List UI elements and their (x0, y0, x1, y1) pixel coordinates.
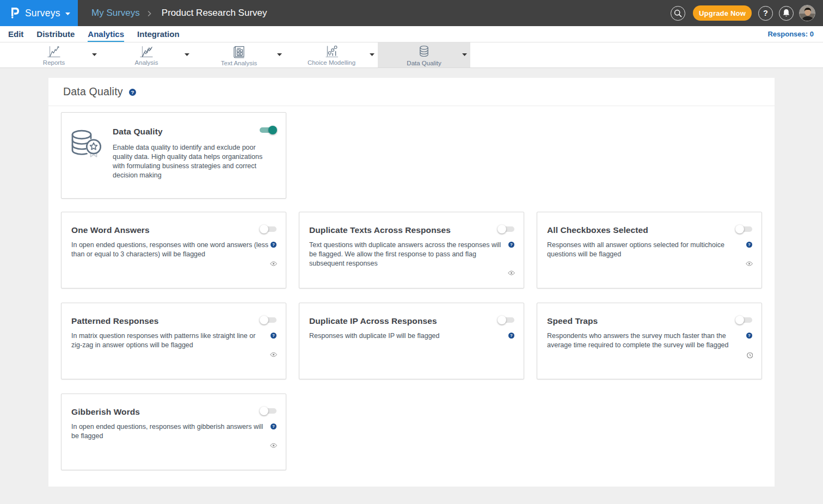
help-icon[interactable]: ? (271, 423, 277, 429)
svg-text:?: ? (272, 333, 275, 338)
speed-traps-toggle[interactable] (736, 317, 752, 323)
card-title: Speed Traps (547, 316, 598, 326)
toggle-knob (268, 126, 277, 134)
patterned-responses-toggle[interactable] (260, 317, 277, 323)
data-quality-panel: Data Quality ? Dat (48, 78, 775, 487)
responses-count[interactable]: Responses: 0 (767, 30, 814, 38)
card-description: Responses with all answer options select… (547, 241, 746, 259)
svg-text:?: ? (272, 242, 275, 247)
line-chart-icon (47, 46, 61, 58)
questionpro-logo-icon (11, 8, 19, 19)
svg-text:?: ? (510, 242, 513, 247)
database-badge-icon (70, 129, 103, 157)
card-duplicate-texts: Duplicate Texts Across Responses Text qu… (299, 212, 524, 288)
rule-cards-grid: One Word Answers In open ended questions… (61, 212, 762, 470)
card-patterned-responses: Patterned Responses In matrix question r… (61, 303, 286, 379)
card-duplicate-ip: Duplicate IP Across Responses Responses … (299, 303, 524, 379)
card-description: In open ended questions, responses with … (71, 422, 271, 441)
tab-label: Text Analysis (221, 60, 257, 66)
duplicate-ip-toggle[interactable] (498, 317, 514, 323)
card-title: One Word Answers (71, 225, 150, 235)
magazine-icon (232, 46, 245, 58)
tab-data-quality[interactable]: Data Quality (378, 42, 470, 67)
tab-analysis[interactable]: Analysis (100, 42, 193, 67)
card-title: All Checkboxes Selected (547, 225, 648, 235)
breadcrumb-my-surveys[interactable]: My Surveys (91, 8, 140, 19)
preview-eye-icon[interactable] (270, 352, 277, 357)
chevron-down-icon (92, 53, 97, 56)
toggle-knob (260, 316, 268, 324)
nav-item-analytics[interactable]: Analytics (88, 29, 124, 39)
nav-item-integration[interactable]: Integration (137, 29, 180, 39)
card-title: Patterned Responses (71, 316, 158, 326)
card-all-checkboxes: All Checkboxes Selected Responses with a… (537, 212, 762, 288)
breadcrumb-chevron-icon (148, 10, 151, 17)
card-description: Respondents who answers the survey much … (547, 331, 746, 350)
svg-text:?: ? (131, 89, 134, 95)
nav-item-edit[interactable]: Edit (8, 29, 23, 39)
card-description: Responses with duplicate IP will be flag… (309, 331, 508, 341)
card-one-word-answers: One Word Answers In open ended questions… (61, 212, 286, 288)
top-bar: Surveys My Surveys Product Research Surv… (0, 0, 823, 26)
card-description: Enable data quality to identify and excl… (113, 143, 268, 180)
app-switcher[interactable]: Surveys (0, 0, 78, 26)
preview-eye-icon[interactable] (746, 261, 753, 266)
help-button[interactable]: ? (758, 6, 773, 21)
preview-eye-icon[interactable] (270, 261, 277, 266)
topbar-actions: Upgrade Now ? (671, 0, 823, 26)
preview-eye-icon[interactable] (270, 443, 277, 448)
chevron-down-icon (185, 53, 189, 56)
page-title-help-icon[interactable]: ? (129, 89, 136, 96)
panel-body: Data Quality Enable data quality to iden… (48, 106, 775, 487)
card-title: Duplicate Texts Across Responses (309, 225, 451, 235)
help-icon[interactable]: ? (746, 333, 752, 339)
tab-text-analysis[interactable]: Text Analysis (193, 42, 285, 67)
help-icon[interactable]: ? (271, 333, 277, 339)
question-mark-icon: ? (763, 9, 768, 17)
panel-header: Data Quality ? (48, 78, 775, 106)
toggle-knob (260, 225, 268, 233)
upgrade-now-button[interactable]: Upgrade Now (693, 5, 752, 21)
toggle-knob (735, 316, 744, 324)
multi-line-chart-icon (139, 46, 153, 58)
chevron-down-icon (277, 53, 282, 56)
help-icon[interactable]: ? (508, 333, 514, 339)
search-button[interactable] (671, 6, 685, 21)
bell-icon (782, 9, 790, 17)
svg-text:?: ? (510, 333, 513, 338)
card-title: Duplicate IP Across Responses (309, 316, 437, 326)
help-icon[interactable]: ? (746, 242, 752, 248)
all-checkboxes-toggle[interactable] (736, 226, 752, 232)
tab-choice-modelling[interactable]: Choice Modelling (285, 42, 378, 67)
notifications-button[interactable] (779, 6, 794, 21)
tab-reports[interactable]: Reports (8, 42, 100, 67)
svg-text:?: ? (748, 242, 751, 247)
nav-item-distribute[interactable]: Distribute (36, 29, 75, 39)
card-description: In open ended questions, responses with … (71, 241, 271, 259)
help-icon[interactable]: ? (271, 242, 277, 248)
card-title: Gibberish Words (71, 407, 140, 417)
card-title: Data Quality (113, 127, 268, 137)
data-quality-toggle[interactable] (260, 127, 276, 133)
card-gibberish-words: Gibberish Words In open ended questions,… (61, 394, 286, 470)
tab-label: Choice Modelling (308, 59, 355, 66)
timer-clock-icon[interactable] (747, 352, 753, 359)
master-card-main: Data Quality Enable data quality to iden… (113, 129, 268, 198)
one-word-answers-toggle[interactable] (260, 226, 277, 232)
page-title: Data Quality (63, 85, 123, 98)
user-avatar[interactable] (799, 5, 815, 21)
help-icon[interactable]: ? (508, 242, 514, 248)
preview-eye-icon[interactable] (508, 271, 515, 275)
gibberish-words-toggle[interactable] (260, 408, 277, 414)
survey-nav: Edit Distribute Analytics Integration Re… (0, 26, 823, 42)
toggle-knob (735, 225, 744, 233)
card-speed-traps: Speed Traps Respondents who answers the … (537, 303, 762, 379)
analytics-tab-strip: Reports Analysis Text Analysis (0, 42, 823, 68)
page-content: Data Quality ? Dat (0, 78, 823, 487)
chevron-down-icon (462, 53, 467, 56)
card-description: Text questions with duplicate answers ac… (309, 241, 508, 268)
duplicate-texts-toggle[interactable] (498, 226, 514, 232)
toggle-knob (498, 316, 506, 324)
chevron-down-icon (370, 53, 374, 56)
svg-text:?: ? (748, 333, 751, 338)
